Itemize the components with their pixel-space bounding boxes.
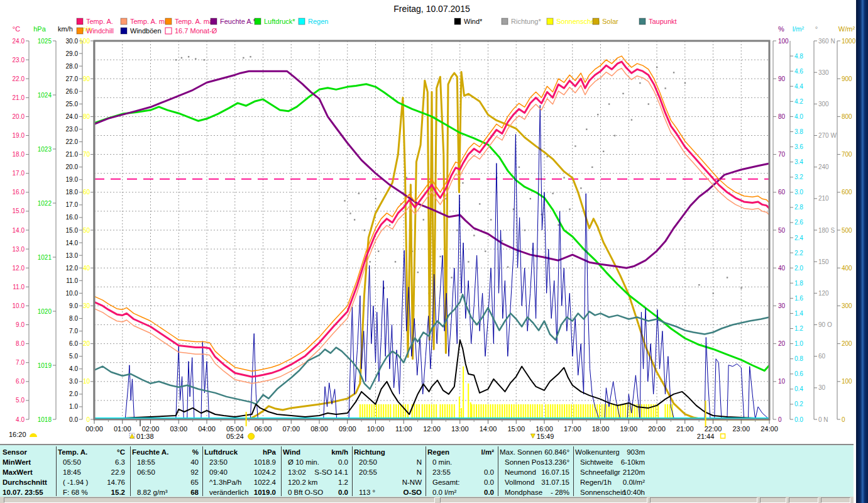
wind-direction-dot	[530, 198, 531, 199]
legend-item-regen[interactable]: Regen	[299, 18, 328, 25]
sun-icon	[248, 433, 255, 439]
axis-label-wm2: 1000	[842, 38, 856, 45]
axis-label-wm2: 300	[842, 302, 852, 309]
sunshine-bar	[580, 404, 581, 419]
axis-label-pct: 0	[778, 416, 782, 423]
legend-item-temp-a-min[interactable]: Temp. A. min	[121, 18, 170, 25]
sunshine-bar	[514, 404, 515, 419]
sunshine-bar	[534, 404, 536, 419]
legend-item-sonnenschein[interactable]: Sonnenschein	[547, 18, 600, 25]
corner-astro-time: 16:20	[9, 431, 37, 438]
legend-item-richtung-[interactable]: Richtung*	[502, 18, 541, 25]
wind-direction-dot	[354, 219, 355, 220]
sunshine-bar	[393, 404, 395, 419]
wind-direction-dot	[456, 229, 458, 231]
legend-item-temp-a-max[interactable]: Temp. A. max	[165, 18, 217, 25]
table-cell-value: 15.2	[58, 489, 125, 497]
sunshine-bar	[485, 404, 486, 419]
moonset-arrow-icon	[530, 434, 535, 438]
weather-day-chart[interactable]: Freitag, 10.07.2015 °C4.05.06.07.08.09.0…	[0, 0, 868, 444]
hour-label: 21:00	[676, 425, 694, 433]
wind-direction-dot	[622, 93, 624, 94]
axis-label-temp: 13.0	[13, 246, 25, 253]
axis-label-lm2: 4.4	[794, 83, 803, 90]
status-bar-segment	[650, 497, 757, 503]
table-column-unit: %	[132, 448, 199, 456]
axis-label-min: 90	[83, 75, 91, 82]
axis-label-kmh: 26.0	[66, 88, 79, 95]
axis-label-lm2: 1.2	[794, 325, 803, 332]
wind-direction-dot	[673, 72, 674, 73]
wind-direction-dot	[423, 219, 424, 220]
wind-direction-dot	[727, 277, 728, 278]
table-column-unit: °C	[58, 448, 125, 456]
axis-unit-kmh: km/h	[58, 25, 73, 33]
sunshine-bar	[429, 404, 430, 419]
sunshine-bar	[532, 404, 534, 419]
table-column-unit: 903m	[575, 448, 645, 456]
sunset-time: 21:44	[697, 433, 715, 440]
axis-label-kmh: 4.0	[69, 365, 78, 372]
axis-label-kmh: 6.0	[69, 340, 78, 347]
axis-unit-temp: °C	[13, 25, 20, 33]
sunshine-bar	[667, 404, 668, 419]
legend-swatch-icon	[547, 18, 553, 25]
axis-label-temp: 18.0	[13, 151, 25, 158]
table-column-unit: hPa	[204, 448, 276, 456]
legend-swatch-icon	[77, 28, 83, 34]
axis-label-lm2: 0.4	[794, 385, 803, 392]
axis-label-kmh: 13.0	[66, 252, 79, 259]
sunshine-bar	[414, 404, 415, 419]
hour-label: 00:00	[85, 425, 103, 433]
sunshine-bar	[559, 404, 561, 419]
legend-label: Temp. A.	[86, 18, 113, 25]
axis-label-pct: 100	[778, 38, 789, 45]
axis-label-kmh: 19.0	[66, 176, 79, 183]
table-column-divider	[573, 446, 574, 496]
sunshine-bar	[478, 404, 480, 419]
axis-label-deg: 300	[818, 101, 829, 108]
wind-direction-dot	[188, 56, 189, 57]
sunshine-bar	[550, 404, 551, 419]
sensor-summary-table: SensorMinWertMaxWertDurchschnitt10.07. 2…	[0, 444, 854, 499]
legend-item-luftdruck-[interactable]: Luftdruck*	[255, 18, 295, 25]
table-column-divider	[498, 446, 498, 496]
sunshine-bar	[483, 404, 484, 419]
legend-item-solar[interactable]: Solar	[593, 18, 618, 25]
axis-label-deg: 30	[818, 384, 826, 391]
axis-label-kmh: 14.0	[66, 240, 79, 246]
sunshine-bar	[646, 404, 647, 419]
table-column-divider	[56, 446, 57, 496]
axis-label-temp: 24.0	[13, 38, 25, 45]
wind-direction-dot	[344, 200, 345, 201]
axis-label-kmh: 22.0	[66, 138, 79, 145]
axis-unit-lm2: l/m²	[793, 25, 805, 33]
table-column-divider	[352, 446, 353, 496]
legend-item-feuchte-a-[interactable]: Feuchte A.*	[211, 18, 256, 25]
sunshine-bar	[587, 404, 588, 419]
legend-label: 16.7 Monat-Ø	[175, 27, 217, 35]
legend-item-wind-[interactable]: Wind*	[454, 18, 483, 25]
axis-label-lm2: 0.8	[794, 355, 803, 362]
legend-item-windchill[interactable]: Windchill	[77, 27, 114, 35]
axis-label-min: 20	[83, 340, 91, 347]
legend-item-16-7-monat-[interactable]: 16.7 Monat-Ø	[165, 27, 217, 35]
table-cell-value: 14.76	[58, 478, 125, 487]
hour-label: 02:00	[142, 425, 160, 433]
legend-item-taupunkt[interactable]: Taupunkt	[639, 18, 677, 25]
legend-item-temp-a-[interactable]: Temp. A.	[77, 18, 113, 25]
axis-label-min: 10	[83, 378, 91, 385]
wind-direction-dot	[490, 219, 492, 220]
wind-direction-dot	[563, 177, 564, 178]
legend-item-windb-en[interactable]: Windböen	[121, 27, 162, 35]
axis-label-min: 50	[83, 227, 91, 234]
wind-direction-dot	[574, 145, 576, 146]
wind-direction-dot	[713, 292, 714, 294]
table-cell-value: 1019.0	[204, 489, 276, 497]
wind-direction-dot	[507, 267, 508, 268]
sunshine-bar-tall	[468, 384, 469, 419]
axis-label-hpa: 1019	[38, 362, 52, 369]
axis-label-hpa: 1024	[38, 92, 52, 99]
axis-label-pct: 70	[778, 151, 786, 158]
axis-label-kmh: 1.0	[69, 403, 78, 410]
